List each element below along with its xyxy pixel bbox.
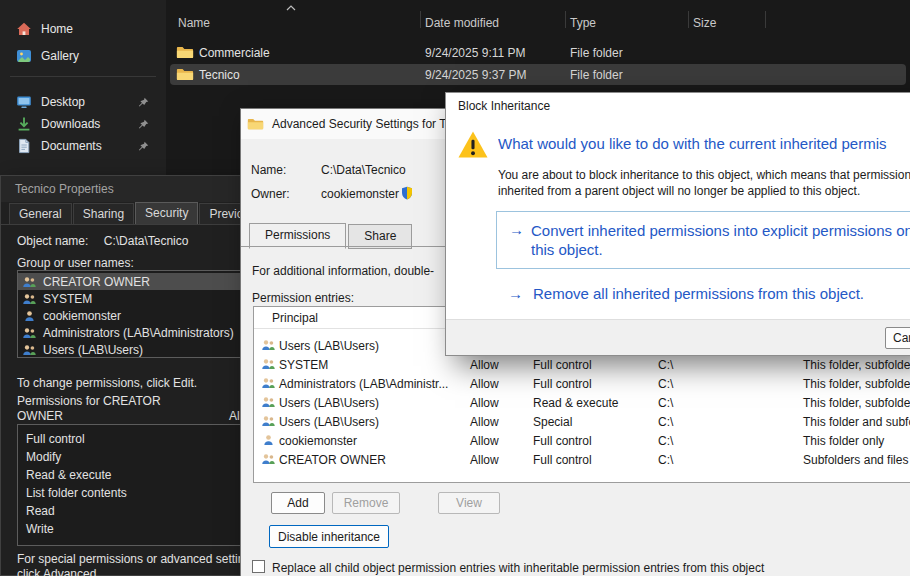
warning-icon <box>456 129 490 160</box>
sidebar-item-label: Downloads <box>41 117 100 131</box>
column-divider[interactable] <box>688 11 689 28</box>
group-icon <box>261 339 276 351</box>
entry-access: Full control <box>533 434 592 448</box>
advanced-hint: For special permissions or advanced sett… <box>17 552 260 576</box>
entry-principal: CREATOR OWNER <box>279 453 386 467</box>
group-icon <box>261 377 276 389</box>
screen: Home Gallery Desktop Downloads Documents… <box>0 0 910 576</box>
entry-principal: Users (LAB\Users) <box>279 339 379 353</box>
column-header-size[interactable]: Size <box>693 16 716 30</box>
cancel-button[interactable]: Cancel <box>885 327 910 349</box>
permission-name: Read <box>26 504 55 518</box>
entry-applies-to: This folder and subfo <box>803 415 910 429</box>
pin-icon <box>138 141 149 152</box>
permission-entry-row[interactable]: Users (LAB\Users) Allow Special C:\ This… <box>255 412 910 431</box>
view-button[interactable]: View <box>438 492 500 514</box>
entry-access: Full control <box>533 453 592 467</box>
sidebar-item-documents[interactable]: Documents <box>5 133 161 159</box>
file-name: Commerciale <box>199 46 270 60</box>
add-button[interactable]: Add <box>271 492 325 514</box>
disable-inheritance-button[interactable]: Disable inheritance <box>269 525 389 548</box>
group-name: SYSTEM <box>43 292 92 306</box>
sidebar-item-gallery[interactable]: Gallery <box>5 43 161 69</box>
group-name: Administrators (LAB\Administrators) <box>43 326 234 340</box>
group-name: Users (LAB\Users) <box>43 343 143 357</box>
tab-general[interactable]: General <box>9 203 72 225</box>
replace-permissions-label: Replace all child object permission entr… <box>272 561 764 575</box>
column-header-type[interactable]: Type <box>570 16 596 30</box>
sidebar-item-label: Home <box>41 22 73 36</box>
permission-name: List folder contents <box>26 486 127 500</box>
permission-entry-row[interactable]: cookiemonster Allow Full control C:\ Thi… <box>255 431 910 450</box>
permission-entry-row[interactable]: Users (LAB\Users) Allow Read & execute C… <box>255 393 910 412</box>
entry-access: Full control <box>533 377 592 391</box>
name-label: Name: <box>251 163 286 177</box>
entry-access: Special <box>533 415 572 429</box>
column-divider[interactable] <box>565 11 566 28</box>
entry-inherited-from: C:\ <box>658 415 673 429</box>
properties-title: Tecnico Properties <box>15 182 114 196</box>
tab-sharing[interactable]: Sharing <box>73 203 134 225</box>
remove-button[interactable]: Remove <box>332 492 400 514</box>
permission-entry-row[interactable]: SYSTEM Allow Full control C:\ This folde… <box>255 355 910 374</box>
sidebar-item-label: Documents <box>41 139 102 153</box>
column-divider[interactable] <box>420 11 421 28</box>
group-icon <box>261 396 276 408</box>
group-name: CREATOR OWNER <box>43 275 150 289</box>
entry-principal: Users (LAB\Users) <box>279 415 379 429</box>
entry-type: Allow <box>470 377 499 391</box>
groups-label: Group or user names: <box>17 256 134 270</box>
permission-name: Write <box>26 522 54 536</box>
group-icon <box>261 358 276 370</box>
remove-permissions-link[interactable]: → Remove all inherited permissions from … <box>508 285 864 302</box>
entry-principal: SYSTEM <box>279 358 328 372</box>
convert-permissions-link[interactable]: → Convert inherited permissions into exp… <box>496 211 910 269</box>
block-footer: Cancel <box>446 319 910 355</box>
entry-inherited-from: C:\ <box>658 377 673 391</box>
tab-security[interactable]: Security <box>135 202 198 225</box>
sidebar-item-label: Desktop <box>41 95 85 109</box>
sidebar-item-home[interactable]: Home <box>5 16 161 42</box>
pin-icon <box>138 97 149 108</box>
entry-applies-to: Subfolders and files o <box>803 453 910 467</box>
uac-shield-icon <box>401 186 413 200</box>
block-title-bar[interactable]: Block Inheritance <box>446 93 910 119</box>
convert-permissions-text: Convert inherited permissions into expli… <box>531 221 910 259</box>
sidebar-item-label: Gallery <box>41 49 79 63</box>
advanced-hint-line2: click Advanced. <box>17 567 260 576</box>
permission-entry-row[interactable]: CREATOR OWNER Allow Full control C:\ Sub… <box>255 450 910 469</box>
object-name-row: Object name: C:\Data\Tecnico <box>17 234 188 248</box>
column-header-date-modified[interactable]: Date modified <box>425 16 499 30</box>
user-icon <box>22 310 37 322</box>
file-type: File folder <box>570 46 623 60</box>
entry-access: Read & execute <box>533 396 618 410</box>
replace-permissions-checkbox[interactable] <box>252 560 265 573</box>
desktop-icon <box>16 94 32 110</box>
column-divider[interactable] <box>765 11 766 28</box>
group-icon <box>22 327 37 339</box>
entry-principal: cookiemonster <box>279 434 357 448</box>
column-header-name[interactable]: Name <box>178 16 210 30</box>
owner-label: Owner: <box>251 187 290 201</box>
entry-applies-to: This folder, subfolde <box>803 396 910 410</box>
group-icon <box>261 453 276 465</box>
edit-hint: To change permissions, click Edit. <box>17 376 197 390</box>
user-icon <box>261 434 276 446</box>
entry-applies-to: This folder, subfolde <box>803 358 910 372</box>
sort-ascending-icon <box>286 5 296 11</box>
entry-applies-to: This folder only <box>803 434 884 448</box>
arrow-right-icon: → <box>508 285 523 302</box>
file-row-tecnico[interactable]: Tecnico 9/24/2025 9:37 PM File folder <box>170 64 906 85</box>
entry-type: Allow <box>470 434 499 448</box>
file-row-commerciale[interactable]: Commerciale 9/24/2025 9:11 PM File folde… <box>170 42 906 63</box>
permission-entry-row[interactable]: Administrators (LAB\Administr... Allow F… <box>255 374 910 393</box>
entry-type: Allow <box>470 358 499 372</box>
documents-icon <box>16 138 32 154</box>
home-icon <box>16 21 32 37</box>
owner-value: cookiemonster <box>321 187 399 201</box>
group-icon <box>22 276 37 288</box>
folder-icon <box>176 67 194 82</box>
column-headers: Name Date modified Type Size <box>166 0 910 40</box>
group-icon <box>22 293 37 305</box>
permission-name: Modify <box>26 450 61 464</box>
